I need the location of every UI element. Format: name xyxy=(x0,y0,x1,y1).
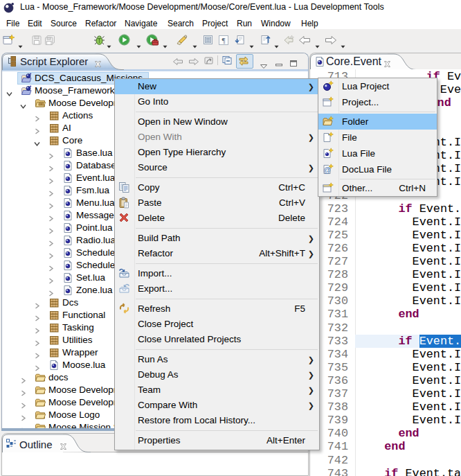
svg-text:@: @ xyxy=(323,166,330,173)
svg-text:¶: ¶ xyxy=(222,36,226,44)
